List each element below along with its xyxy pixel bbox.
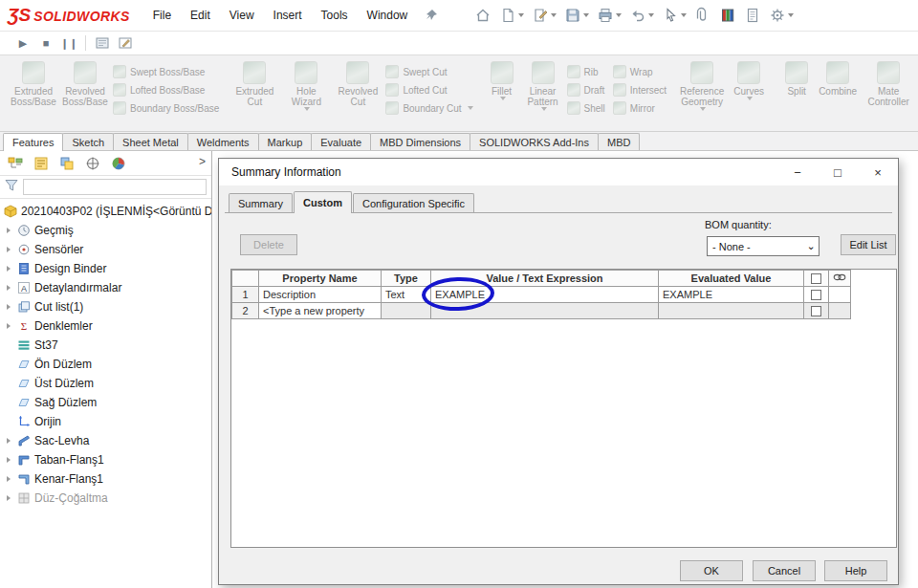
print-button[interactable] [593,4,625,27]
tab-weldments[interactable]: Weldments [187,133,259,150]
undo-button[interactable] [625,4,658,27]
reference-geometry-button[interactable]: Reference Geometry [676,60,728,112]
open-document-button[interactable] [528,4,560,27]
tree-item-design-binder[interactable]: Design Binder [0,259,211,278]
ok-button[interactable]: OK [680,560,743,581]
tab-custom[interactable]: Custom [294,191,352,213]
menu-file[interactable]: File [143,5,181,26]
tab-sheet-metal[interactable]: Sheet Metal [113,133,188,150]
cell-checkbox[interactable] [804,303,829,319]
new-macro-icon[interactable] [91,33,114,53]
header-checkbox-icon[interactable] [811,273,821,284]
delete-button[interactable]: Delete [240,234,297,255]
new-document-caret-icon[interactable] [518,13,524,17]
options-gear-button[interactable] [765,4,798,27]
revolved-cut-button[interactable]: Revolved Cut [332,60,383,108]
expand-arrow-icon[interactable] [4,457,13,463]
pin-menu-icon[interactable] [423,7,440,24]
tree-item-cut-list[interactable]: Cut list(1) [0,297,211,316]
tab-summary[interactable]: Summary [229,193,293,212]
tree-item-gecmis[interactable]: Geçmiş [0,221,211,240]
play-icon[interactable]: ▶ [11,33,34,53]
boundary-boss-base-button[interactable]: Boundary Boss/Base [113,101,219,115]
pause-icon[interactable]: ❙❙ [57,33,80,53]
swept-cut-button[interactable]: Swept Cut [385,65,472,78]
boundary-cut-caret-icon[interactable] [468,106,473,110]
edit-list-button[interactable]: Edit List [841,234,896,255]
expand-arrow-icon[interactable] [4,304,13,310]
undo-caret-icon[interactable] [648,13,654,17]
linear-pattern-caret-icon[interactable] [541,107,547,111]
tab-configuration-specific[interactable]: Configuration Specific [353,193,474,212]
expand-arrow-icon[interactable] [4,476,13,482]
menu-tools[interactable]: Tools [312,5,358,26]
dimxpertmanager-icon[interactable] [85,156,100,171]
expand-arrow-icon[interactable] [4,266,13,272]
displaymanager-icon[interactable] [111,156,126,171]
combine-button[interactable]: Combine [814,60,862,98]
tree-item-denklemler[interactable]: Σ Denklemler [0,316,211,336]
expand-arrow-icon[interactable] [4,285,13,291]
bom-quantity-select[interactable]: - None - ⌄ [707,236,820,256]
cell-property-name[interactable]: Description [259,287,382,303]
hole-wizard-button[interactable]: Hole Wizard [280,60,332,112]
revolved-boss-base-button[interactable]: Revolved Boss/Base [59,60,111,108]
tree-item-sac-levha[interactable]: Sac-Levha [0,431,211,450]
tab-solidworks-add-ins[interactable]: SOLIDWORKS Add-Ins [470,133,599,150]
expand-arrow-icon[interactable] [4,228,13,233]
fillet-button[interactable]: Fillet [483,60,521,101]
tree-item-sag-duzlem[interactable]: Sağ Düzlem [0,393,211,412]
configurationmanager-icon[interactable] [59,156,75,171]
stop-icon[interactable]: ■ [34,33,57,53]
curves-button[interactable]: Curves [728,60,770,101]
cell-property-name[interactable]: <Type a new property [259,303,382,319]
tab-evaluate[interactable]: Evaluate [311,133,371,150]
menu-insert[interactable]: Insert [264,5,312,26]
maximize-icon[interactable]: □ [818,159,858,185]
home-button[interactable] [470,4,495,27]
tree-item-detaylandirmalar[interactable]: A Detaylandırmalar [0,278,211,297]
tree-item-kenar-flans1[interactable]: Kenar-Flanş1 [0,469,211,489]
open-document-caret-icon[interactable] [551,13,557,17]
menu-window[interactable]: Window [358,5,418,26]
select-caret-icon[interactable] [681,13,687,17]
cell-value-expression[interactable] [431,303,659,319]
extruded-boss-base-button[interactable]: Extruded Boss/Base [8,60,59,108]
panel-flyout-chevron-icon[interactable]: > [199,155,206,168]
lofted-boss-base-button[interactable]: Lofted Boss/Base [113,83,219,97]
linear-pattern-button[interactable]: Linear Pattern [521,60,565,112]
intersect-button[interactable]: Intersect [613,83,667,97]
row-checkbox-icon[interactable] [811,290,821,300]
draft-button[interactable]: Draft [567,83,605,97]
extruded-cut-button[interactable]: Extruded Cut [229,60,280,108]
boundary-cut-button[interactable]: Boundary Cut [385,101,472,115]
row-checkbox-icon[interactable] [811,306,821,316]
shell-button[interactable]: Shell [567,101,605,115]
mate-controller-button[interactable]: Mate Controller [862,60,915,108]
cell-type[interactable] [382,303,431,319]
cell-checkbox[interactable] [804,287,829,303]
header-checkbox[interactable] [804,271,829,287]
mirror-button[interactable]: Mirror [613,101,667,115]
print-caret-icon[interactable] [616,13,622,17]
propertymanager-icon[interactable] [33,156,49,171]
cancel-button[interactable]: Cancel [753,560,816,581]
expand-arrow-icon[interactable] [4,323,13,329]
new-document-button[interactable] [495,4,528,27]
close-icon[interactable]: × [858,159,898,185]
minimize-icon[interactable]: − [777,159,818,185]
options-caret-icon[interactable] [788,13,794,17]
performance-status-button[interactable] [715,4,740,27]
tab-features[interactable]: Features [3,133,63,151]
tab-markup[interactable]: Markup [258,133,313,150]
swept-boss-base-button[interactable]: Swept Boss/Base [113,65,219,78]
fillet-caret-icon[interactable] [500,97,506,100]
edit-macro-icon[interactable] [114,33,137,53]
menu-view[interactable]: View [220,5,264,26]
save-button[interactable] [560,4,593,27]
featuremanager-tree-icon[interactable] [8,156,23,171]
expand-arrow-icon[interactable] [4,247,13,252]
cell-type[interactable]: Text [382,287,431,303]
curves-caret-icon[interactable] [747,97,753,100]
tab-mbd-dimensions[interactable]: MBD Dimensions [370,133,470,150]
